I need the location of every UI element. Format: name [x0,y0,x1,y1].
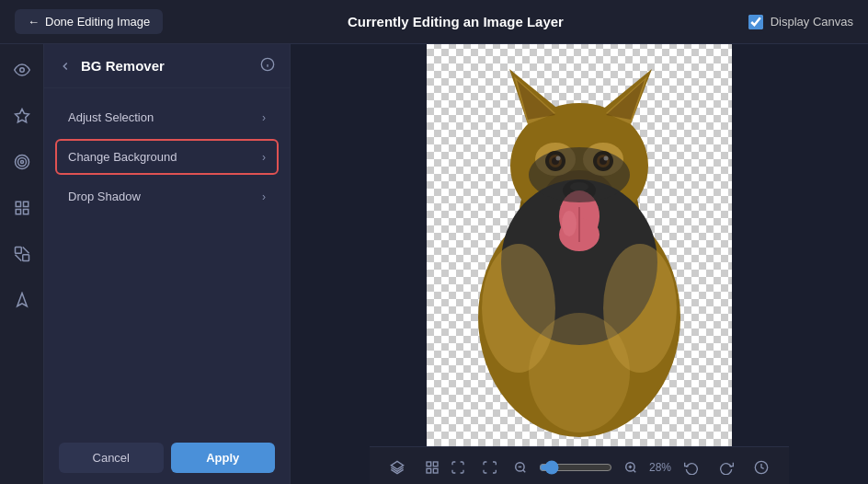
sidebar-item-visibility[interactable] [7,55,37,85]
svg-rect-9 [15,248,21,254]
history-button[interactable] [748,455,774,480]
svg-point-42 [529,147,630,202]
svg-rect-6 [23,202,28,206]
svg-rect-47 [427,462,431,467]
panel-actions: Cancel Apply [44,432,290,484]
svg-rect-7 [16,210,20,214]
bottom-toolbar-left [384,455,445,480]
icon-bar [0,44,44,484]
chevron-right-icon: › [262,111,266,124]
sidebar-item-target[interactable] [7,147,37,177]
svg-line-52 [523,469,526,472]
svg-rect-49 [427,468,431,473]
chevron-right-icon: › [262,190,266,203]
done-editing-button[interactable]: ← Done Editing Image [15,9,163,34]
svg-line-55 [634,469,636,472]
panel-menu: Adjust Selection › Change Background › D… [44,88,290,225]
display-canvas-group: Display Canvas [748,15,853,29]
chevron-right-icon: › [262,151,266,164]
image-canvas[interactable] [427,44,732,446]
done-editing-label: Done Editing Image [45,15,150,29]
zoom-out-button[interactable] [508,455,533,480]
svg-point-45 [529,313,630,432]
bottom-toolbar: 28% [370,446,789,484]
panel-info-button[interactable] [260,57,275,75]
undo-button[interactable] [679,455,704,480]
zoom-control: 28% [445,455,679,480]
fit-icon-button[interactable] [445,455,471,480]
svg-point-0 [19,68,24,73]
display-canvas-toggle[interactable] [748,15,763,29]
svg-marker-1 [15,109,29,122]
bottom-toolbar-right [679,455,774,480]
zoom-percentage: 28% [649,461,679,474]
sidebar-item-layers[interactable] [7,193,37,223]
top-bar: ← Done Editing Image Currently Editing a… [0,0,868,44]
svg-marker-24 [517,80,555,120]
redo-button[interactable] [714,455,739,480]
sidebar-item-transform[interactable] [7,285,37,315]
svg-point-4 [20,161,23,164]
menu-item-adjust-selection[interactable]: Adjust Selection › [55,99,279,135]
menu-item-change-background[interactable]: Change Background › [55,139,279,175]
grid-icon-button[interactable] [419,455,445,480]
dog-image [427,44,732,446]
svg-rect-5 [16,202,20,206]
fit-width-icon-button[interactable] [476,455,502,480]
cancel-button[interactable]: Cancel [59,443,164,473]
layers-icon-button[interactable] [384,455,410,480]
svg-point-3 [17,158,26,167]
svg-rect-8 [23,210,28,214]
arrow-left-icon: ← [28,15,40,29]
panel-title: BG Remover [81,58,165,74]
sidebar-item-effects[interactable] [7,101,37,131]
display-canvas-label: Display Canvas [771,15,853,29]
main-layout: BG Remover Adjust Selection › Change Bac… [0,44,868,484]
panel-back-button[interactable] [59,60,72,73]
panel-header-left: BG Remover [59,58,165,74]
sidebar-item-swap[interactable] [7,239,37,269]
panel-header: BG Remover [44,44,290,88]
zoom-in-button[interactable] [618,455,644,480]
svg-marker-11 [17,294,27,306]
svg-rect-48 [433,462,438,467]
svg-rect-50 [433,468,438,473]
apply-button[interactable]: Apply [171,443,276,473]
page-title: Currently Editing an Image Layer [348,14,564,29]
zoom-slider[interactable] [539,460,612,475]
svg-rect-10 [22,255,29,261]
canvas-content [291,44,868,446]
canvas-area: 28% [291,44,868,484]
menu-item-drop-shadow[interactable]: Drop Shadow › [55,179,279,214]
panel: BG Remover Adjust Selection › Change Bac… [44,44,291,484]
svg-point-41 [562,211,577,236]
